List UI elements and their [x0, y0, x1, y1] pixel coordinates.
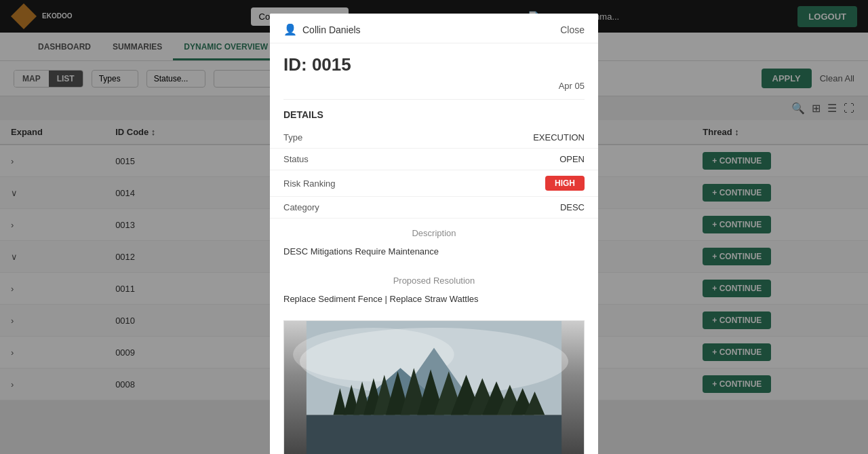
modal-details-title: DETAILS — [270, 100, 598, 127]
modal-resolution-text: Replace Sediment Fence | Replace Straw W… — [270, 290, 598, 314]
modal-description-text: DESC Mitigations Require Maintenance — [270, 242, 598, 266]
modal: 👤 Collin Daniels Close ID: 0015 Apr 05 D… — [270, 14, 598, 454]
modal-image-container: 1 of 1 — [283, 320, 585, 454]
modal-field-status: Status OPEN — [270, 149, 598, 170]
modal-description-label: Description — [270, 219, 598, 242]
modal-close-button[interactable]: Close — [560, 24, 585, 35]
modal-date: Apr 05 — [270, 81, 598, 99]
modal-field-risk: Risk Ranking HIGH — [270, 170, 598, 197]
modal-resolution-label: Proposed Resolution — [270, 266, 598, 290]
modal-field-category: Category DESC — [270, 197, 598, 219]
svg-rect-5 — [307, 415, 561, 454]
modal-user: 👤 Collin Daniels — [283, 23, 361, 36]
modal-field-type: Type EXECUTION — [270, 127, 598, 149]
user-icon: 👤 — [283, 23, 297, 36]
modal-image — [283, 320, 585, 454]
modal-header: 👤 Collin Daniels Close — [270, 14, 598, 43]
risk-badge: HIGH — [545, 176, 585, 191]
modal-overlay[interactable]: 👤 Collin Daniels Close ID: 0015 Apr 05 D… — [0, 0, 868, 454]
modal-id: ID: 0015 — [270, 43, 598, 81]
